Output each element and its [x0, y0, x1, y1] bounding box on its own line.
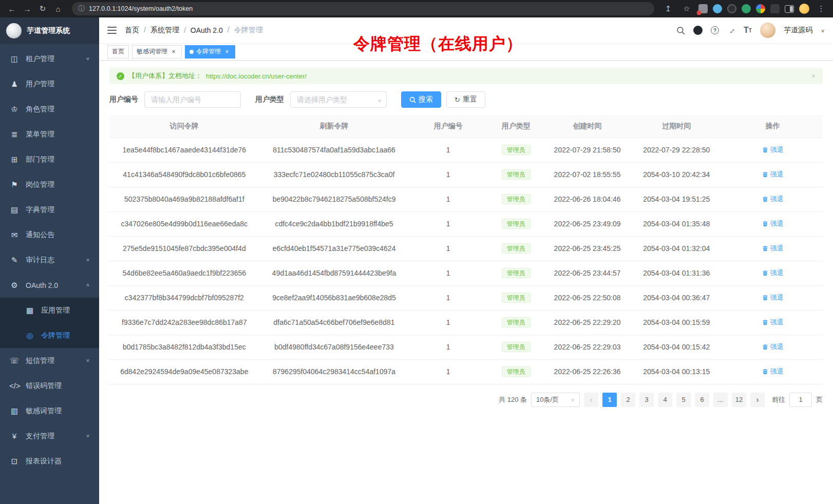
- extension-icon-4[interactable]: [742, 4, 751, 13]
- sidebar-item-report-designer[interactable]: ⊡ 报表设计器: [0, 449, 99, 474]
- close-icon[interactable]: [223, 48, 231, 55]
- sidebar-item-tenant[interactable]: ◫ 租户管理 ∨: [0, 46, 99, 71]
- extension-icon-2[interactable]: [713, 4, 722, 13]
- prev-page-button[interactable]: [584, 393, 598, 407]
- page-button-1[interactable]: 1: [602, 393, 617, 407]
- page-size-select[interactable]: 10条/页: [531, 393, 580, 407]
- delete-icon: [762, 147, 768, 153]
- sidebar-item-role[interactable]: ♔ 角色管理: [0, 96, 99, 122]
- audit-log-icon: ✎: [9, 256, 20, 265]
- sidebar-item-oauth-app[interactable]: ▦ 应用管理: [0, 298, 99, 323]
- sidebar-item-audit-log[interactable]: ✎ 审计日志 ∨: [0, 247, 99, 273]
- expire-time-cell: 2054-03-10 20:42:34: [630, 162, 723, 187]
- force-logout-button[interactable]: 强退: [762, 219, 784, 228]
- extensions-puzzle-icon[interactable]: [756, 4, 765, 13]
- sidebar-toggle-icon[interactable]: [107, 27, 117, 34]
- bookmark-star-icon[interactable]: ☆: [680, 2, 693, 15]
- more-pages-button[interactable]: ...: [713, 393, 728, 407]
- breadcrumb-item[interactable]: 系统管理: [139, 26, 179, 35]
- breadcrumb-item[interactable]: OAuth 2.0: [179, 26, 223, 34]
- sidebar-item-error-code[interactable]: </> 错误码管理: [0, 373, 99, 398]
- page-button-2[interactable]: 2: [621, 393, 635, 407]
- back-icon[interactable]: ←: [5, 2, 18, 15]
- user-id-cell: 1: [409, 261, 487, 285]
- refresh-token-cell: b0df4980ffd34c67a08f9156e4eee733: [259, 335, 409, 359]
- help-icon[interactable]: [711, 26, 719, 34]
- role-icon: ♔: [9, 105, 20, 114]
- forward-icon[interactable]: →: [21, 2, 34, 15]
- sidebar-item-sms[interactable]: ☏ 短信管理 ∨: [0, 348, 99, 373]
- sidebar-item-oauth[interactable]: ⚙ OAuth 2.0 ∧: [0, 273, 99, 298]
- username[interactable]: 芋道源码: [784, 26, 812, 35]
- user-avatar[interactable]: [760, 23, 775, 38]
- access-token-cell: 41c41346a548490f9dc8b01c6bfe0865: [109, 162, 259, 187]
- page-button-12[interactable]: 12: [732, 393, 746, 407]
- sidebar-item-notice[interactable]: ✉ 通知公告: [0, 222, 99, 247]
- doc-alert: 【用户体系】文档地址： https://doc.iocoder.cn/user-…: [109, 68, 823, 84]
- page-button-4[interactable]: 4: [658, 393, 672, 407]
- page-button-6[interactable]: 6: [695, 393, 709, 407]
- font-size-icon[interactable]: [744, 26, 752, 35]
- force-logout-button[interactable]: 强退: [762, 145, 784, 154]
- page-button-3[interactable]: 3: [639, 393, 654, 407]
- user-type-select[interactable]: [290, 91, 387, 108]
- browser-menu-icon[interactable]: ⋮: [815, 2, 828, 15]
- reload-icon[interactable]: ↻: [36, 2, 49, 15]
- created-time-cell: 2022-06-26 18:04:46: [544, 187, 630, 211]
- github-icon[interactable]: [693, 26, 703, 35]
- page-button-5[interactable]: 5: [676, 393, 691, 407]
- next-page-button[interactable]: [750, 393, 765, 407]
- sidebar-item-oauth-token[interactable]: ◎ 令牌管理: [0, 323, 99, 348]
- column-header: 过期时间: [630, 115, 723, 138]
- tab-home[interactable]: 首页: [107, 45, 129, 59]
- chevron-down-icon[interactable]: [821, 26, 825, 34]
- force-logout-button[interactable]: 强退: [762, 244, 784, 253]
- tab-sensitive-word[interactable]: 敏感词管理: [132, 45, 182, 59]
- force-logout-button[interactable]: 强退: [762, 170, 784, 179]
- user-id-cell: 1: [409, 335, 487, 359]
- fullscreen-icon[interactable]: [725, 24, 737, 36]
- extension-icon-5[interactable]: [770, 4, 780, 13]
- force-logout-button[interactable]: 强退: [762, 268, 784, 278]
- alert-close-icon[interactable]: [811, 72, 816, 80]
- home-icon[interactable]: ⌂: [51, 2, 65, 15]
- force-logout-button[interactable]: 强退: [762, 342, 784, 352]
- table-row: b0d1785bc3a8482f812db4a3f3bd15ec b0df498…: [109, 335, 823, 359]
- app-logo[interactable]: 芋道管理系统: [0, 17, 99, 44]
- close-icon[interactable]: [170, 48, 177, 55]
- tab-token-management[interactable]: 令牌管理: [185, 45, 235, 59]
- sidebar-item-user[interactable]: ♟ 用户管理: [0, 71, 99, 96]
- sidebar-item-dictionary[interactable]: ▤ 字典管理: [0, 197, 99, 222]
- sidebar-item-payment[interactable]: ¥ 支付管理 ∨: [0, 423, 99, 449]
- force-logout-button[interactable]: 强退: [762, 293, 784, 302]
- sms-icon: ☏: [9, 356, 20, 365]
- site-info-icon[interactable]: ⓘ: [78, 4, 85, 13]
- sidebar-item-sensitive-word[interactable]: ▥ 敏感词管理: [0, 398, 99, 423]
- force-logout-button[interactable]: 强退: [762, 195, 784, 204]
- doc-link[interactable]: https://doc.iocoder.cn/user-center/: [206, 72, 307, 80]
- search-button[interactable]: 搜索: [401, 91, 441, 108]
- extension-icon-3[interactable]: [727, 4, 736, 13]
- reset-button[interactable]: 重置: [446, 91, 485, 108]
- column-header: 操作: [723, 115, 823, 138]
- force-logout-button[interactable]: 强退: [762, 318, 784, 327]
- access-token-cell: b0d1785bc3a8482f812db4a3f3bd15ec: [109, 335, 259, 359]
- share-icon[interactable]: ↥: [661, 2, 675, 15]
- oauth-submenu: ▦ 应用管理 ◎ 令牌管理: [0, 298, 99, 348]
- sidebar-item-department[interactable]: ⊞ 部门管理: [0, 147, 99, 172]
- search-icon[interactable]: [676, 26, 685, 35]
- sidebar-item-label: 错误码管理: [26, 381, 62, 391]
- address-bar[interactable]: ⓘ 127.0.0.1:1024/system/oauth2/token: [72, 2, 654, 15]
- extension-icon-1[interactable]: [698, 4, 708, 13]
- user-id-input[interactable]: [144, 91, 241, 108]
- goto-page-input[interactable]: [789, 393, 812, 407]
- action-cell: 强退: [723, 359, 823, 384]
- side-panel-icon[interactable]: [785, 5, 794, 13]
- browser-profile-avatar[interactable]: [799, 4, 809, 14]
- sidebar-item-label: OAuth 2.0: [26, 281, 58, 289]
- sidebar-item-menu[interactable]: ≣ 菜单管理: [0, 122, 99, 147]
- breadcrumb-item[interactable]: 首页: [125, 26, 139, 35]
- force-logout-button[interactable]: 强退: [762, 367, 784, 376]
- chevron-down-icon: [377, 96, 382, 104]
- sidebar-item-post[interactable]: ⚑ 岗位管理: [0, 172, 99, 197]
